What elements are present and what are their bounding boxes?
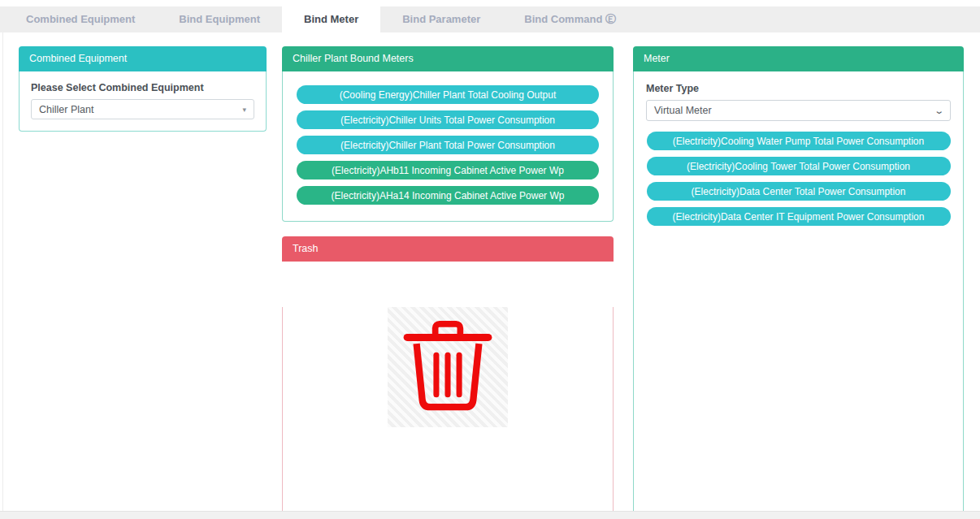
meter-panel-body: Meter Type Virtual Meter ⌄ (Electricity)…: [633, 71, 964, 519]
meter-pill-label: (Electricity)Cooling Water Pump Total Po…: [673, 136, 924, 147]
combined-equipment-panel-header: Combined Equipment: [19, 46, 267, 71]
meter-panel: Meter Meter Type Virtual Meter ⌄ (Electr…: [633, 46, 964, 519]
tab-label: Bind Parameter: [402, 13, 480, 25]
caret-down-icon: ▾: [242, 106, 246, 114]
tab[interactable]: Combined Equipment: [4, 6, 157, 32]
meter-pill-label: (Electricity)Data Center Total Power Con…: [692, 186, 906, 197]
meter-pill[interactable]: (Electricity)Data Center Total Power Con…: [647, 182, 951, 201]
page-bottom-strip: [0, 511, 980, 519]
meter-pill-label: (Electricity)Data Center IT Equipment Po…: [673, 211, 925, 223]
trash-panel: Trash: [282, 236, 614, 519]
trash-drop-zone[interactable]: [388, 307, 508, 427]
combined-equipment-selected-value: Chiller Plant: [39, 104, 93, 115]
bound-meter-pill[interactable]: (Cooling Energy)Chiller Plant Total Cool…: [297, 85, 599, 104]
chevron-down-icon: ⌄: [934, 106, 944, 116]
trash-panel-body[interactable]: [282, 307, 614, 519]
bound-meter-pill[interactable]: (Electricity)Chiller Plant Total Power C…: [297, 136, 599, 154]
bound-meters-panel-body: (Cooling Energy)Chiller Plant Total Cool…: [282, 71, 614, 222]
bound-meter-pill[interactable]: (Electricity)Chiller Units Total Power C…: [297, 110, 599, 129]
tab-label: Bind Meter: [304, 13, 358, 25]
meter-type-label: Meter Type: [646, 83, 951, 94]
bound-meter-pill-label: (Electricity)AHb11 Incoming Cabinet Acti…: [332, 165, 564, 176]
combined-equipment-panel-body: Please Select Combined Equipment Chiller…: [19, 71, 267, 132]
tab-label: Bind Equipment: [179, 13, 260, 25]
combined-equipment-panel: Combined Equipment Please Select Combine…: [19, 46, 267, 132]
bound-meter-pill-label: (Electricity)Chiller Units Total Power C…: [340, 115, 555, 126]
trash-panel-header: Trash: [282, 236, 614, 262]
meter-panel-header: Meter: [633, 46, 964, 71]
meter-pill-label: (Electricity)Cooling Tower Total Power C…: [687, 161, 910, 172]
bound-meter-pill-label: (Electricity)Chiller Plant Total Power C…: [340, 140, 555, 151]
meter-pill[interactable]: (Electricity)Cooling Tower Total Power C…: [647, 157, 951, 175]
meter-pill[interactable]: (Electricity)Cooling Water Pump Total Po…: [647, 132, 951, 150]
bound-meters-panel: Chiller Plant Bound Meters (Cooling Ener…: [282, 46, 614, 222]
meter-pill-list: (Electricity)Cooling Water Pump Total Po…: [646, 132, 951, 226]
tab-label: Bind Command Ⓔ: [524, 13, 616, 25]
tab[interactable]: Bind Meter: [282, 6, 380, 32]
meter-pill[interactable]: (Electricity)Data Center IT Equipment Po…: [647, 207, 951, 226]
tab[interactable]: Bind Equipment: [157, 6, 282, 32]
meter-type-select[interactable]: Virtual Meter ⌄: [646, 100, 951, 121]
tab[interactable]: Bind Parameter: [380, 6, 502, 32]
meter-type-selected-value: Virtual Meter: [654, 105, 712, 116]
bound-meter-pill-label: (Electricity)AHa14 Incoming Cabinet Acti…: [332, 190, 565, 201]
trash-icon: [396, 314, 500, 421]
tab-bar: Combined Equipment Bind Equipment Bind M…: [0, 6, 980, 32]
combined-equipment-select-label: Please Select Combined Equipment: [31, 82, 254, 93]
bound-meter-pill[interactable]: (Electricity)AHa14 Incoming Cabinet Acti…: [297, 186, 599, 205]
combined-equipment-select[interactable]: Chiller Plant ▾: [31, 99, 254, 119]
tab[interactable]: Bind Command Ⓔ: [502, 6, 638, 32]
tab-label: Combined Equipment: [26, 13, 135, 25]
bound-meters-panel-header: Chiller Plant Bound Meters: [282, 46, 614, 71]
page-left-edge: [2, 32, 3, 512]
bound-meter-pill[interactable]: (Electricity)AHb11 Incoming Cabinet Acti…: [297, 161, 599, 179]
bound-meter-pill-label: (Cooling Energy)Chiller Plant Total Cool…: [340, 89, 557, 101]
